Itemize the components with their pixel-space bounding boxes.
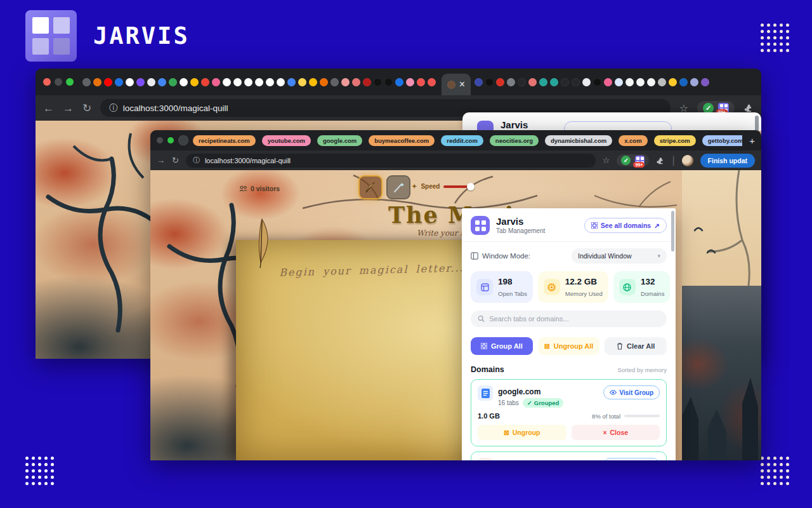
tab-favicon[interactable] [406, 78, 414, 86]
reload-icon[interactable]: ↻ [82, 103, 91, 114]
forward-icon[interactable]: → [157, 156, 165, 164]
tab-favicon[interactable] [287, 78, 296, 86]
tab-favicon[interactable] [561, 78, 569, 86]
search-input[interactable] [489, 315, 660, 323]
address-bar[interactable]: ⓘ localhost:3000/magical-quill [186, 154, 596, 168]
tab-group-pill[interactable]: x.com [619, 135, 647, 146]
group-all-button[interactable]: Group All [471, 337, 533, 355]
tab-favicon[interactable] [126, 78, 134, 86]
tab-favicon[interactable] [178, 135, 188, 145]
tab-favicon[interactable] [690, 78, 698, 86]
tab-favicon[interactable] [352, 78, 360, 86]
tab-favicon[interactable] [115, 78, 123, 86]
scrollbar-thumb[interactable] [671, 211, 674, 251]
tab-favicon[interactable] [190, 78, 199, 86]
tab-favicon[interactable] [201, 78, 209, 86]
profile-avatar[interactable] [682, 155, 693, 166]
visit-group-button[interactable]: Visit Group [603, 385, 660, 399]
tab-favicon[interactable] [93, 78, 102, 86]
bookmark-star-icon[interactable]: ☆ [603, 156, 610, 165]
tab-favicon[interactable] [636, 78, 645, 86]
tab-favicon[interactable] [147, 78, 155, 86]
active-tab[interactable]: × [442, 74, 471, 95]
wand-tool-button[interactable] [386, 175, 410, 199]
tab-favicon[interactable] [82, 78, 91, 86]
tab-favicon[interactable] [582, 78, 591, 86]
ungroup-button[interactable]: ⊠Ungroup [478, 425, 566, 440]
close-button[interactable]: ×Close [572, 425, 660, 440]
tab-group-pill[interactable]: gettoby.com [702, 135, 743, 146]
tab-favicon[interactable] [180, 78, 188, 86]
tab-group-pill[interactable]: youtube.com [262, 135, 311, 146]
tab-favicon[interactable] [331, 78, 339, 86]
close-tab-icon[interactable]: × [459, 79, 465, 90]
tab-favicon[interactable] [298, 78, 306, 86]
quill-tool-button[interactable] [358, 175, 383, 199]
search-bar[interactable] [471, 311, 667, 327]
traffic-light-minimize[interactable] [157, 137, 163, 144]
tab-favicon[interactable] [417, 78, 425, 86]
back-icon[interactable]: ← [43, 103, 54, 114]
extensions-puzzle-icon[interactable] [743, 103, 754, 113]
tab-favicon[interactable] [255, 78, 263, 86]
tab-group-pill[interactable]: dynamicbishal.com [545, 135, 612, 146]
tab-favicon[interactable] [158, 78, 166, 86]
jarvis-extension-icon[interactable]: 99+ [635, 156, 645, 165]
tab-favicon[interactable] [669, 78, 677, 86]
visit-group-button[interactable]: Visit Group [603, 458, 660, 460]
tab-group-pill[interactable]: google.com [317, 135, 362, 146]
tab-favicon[interactable] [277, 78, 285, 86]
tab-favicon[interactable] [212, 78, 220, 86]
tab-favicon[interactable] [518, 78, 526, 86]
tab-favicon[interactable] [647, 78, 655, 86]
tab-favicon[interactable] [341, 78, 350, 86]
tab-favicon[interactable] [625, 78, 634, 86]
tab-favicon[interactable] [701, 78, 709, 86]
tab-favicon[interactable] [475, 78, 483, 86]
tab-group-pill[interactable]: reddit.com [441, 135, 483, 146]
tab-favicon[interactable] [169, 78, 177, 86]
tab-favicon[interactable] [679, 78, 688, 86]
ungroup-all-button[interactable]: ⊠ Ungroup All [538, 337, 600, 355]
tab-favicon[interactable] [485, 78, 494, 86]
tab-favicon[interactable] [539, 78, 547, 86]
tab-group-pill[interactable]: buymeacoffee.com [369, 135, 435, 146]
tab-favicons[interactable] [475, 78, 709, 86]
tab-favicon[interactable] [658, 78, 666, 86]
traffic-light-minimize[interactable] [55, 78, 62, 86]
tab-favicon[interactable] [496, 78, 504, 86]
scrollbar-thumb[interactable] [755, 116, 759, 131]
tab-favicon[interactable] [507, 78, 515, 86]
traffic-light-zoom[interactable] [167, 137, 174, 144]
extensions-puzzle-icon[interactable] [656, 156, 665, 165]
tab-favicon[interactable] [604, 78, 612, 86]
tab-favicon[interactable] [550, 78, 558, 86]
tab-favicon[interactable] [223, 78, 231, 86]
see-all-domains-button[interactable]: See all domains ↗ [584, 218, 667, 233]
tab-favicon[interactable] [136, 78, 145, 86]
clear-all-button[interactable]: Clear All [605, 337, 667, 355]
speed-slider[interactable] [443, 185, 471, 188]
traffic-light-zoom[interactable] [66, 78, 74, 86]
tab-favicon[interactable] [104, 78, 112, 86]
tab-favicon[interactable] [309, 78, 317, 86]
forward-icon[interactable]: → [63, 103, 74, 114]
tab-group-pill[interactable]: neocities.org [490, 135, 539, 146]
window-mode-select[interactable]: Individual Window ▾ [572, 248, 667, 264]
tab-favicon[interactable] [320, 78, 328, 86]
tab-group-pill[interactable]: recipetineats.com [193, 135, 256, 146]
tab-favicon[interactable] [593, 78, 601, 86]
jarvis-extension-icon[interactable]: 99+ [718, 103, 729, 114]
tab-favicon[interactable] [428, 78, 436, 86]
traffic-light-close[interactable] [43, 78, 51, 86]
see-all-domains-button[interactable] [564, 121, 672, 131]
tab-favicon[interactable] [615, 78, 623, 86]
check-extension-icon[interactable]: ✓ [703, 103, 714, 114]
site-info-icon[interactable]: ⓘ [109, 102, 118, 114]
reload-icon[interactable]: ↻ [172, 156, 179, 164]
tab-favicon[interactable] [384, 78, 393, 86]
site-info-icon[interactable]: ⓘ [193, 156, 200, 165]
tab-favicon[interactable] [266, 78, 274, 86]
letter-placeholder-text[interactable]: Begin your magical letter... [279, 262, 464, 279]
tab-favicon[interactable] [395, 78, 403, 86]
